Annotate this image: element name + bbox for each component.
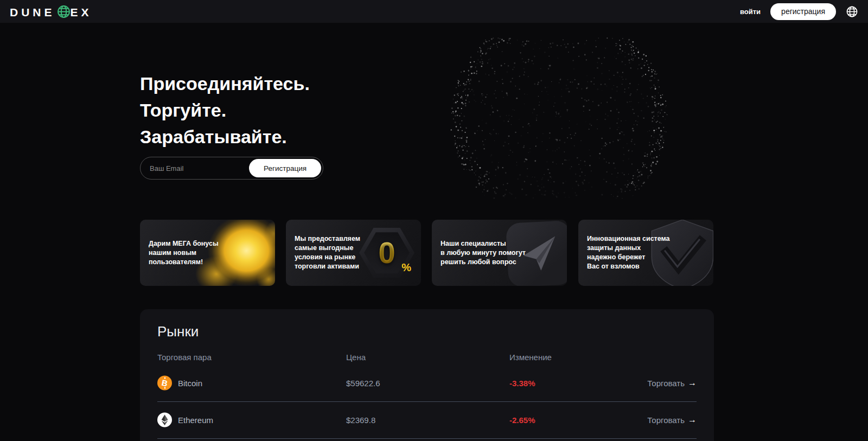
markets-section: Рынки Торговая пара Цена Изменение B Bit… [140, 309, 714, 441]
feature-card-text: Инновационная система защиты данных наде… [587, 234, 670, 271]
market-row-bitcoin: B Bitcoin $59622.6 -3.38% Торговать → [157, 365, 697, 401]
markets-title: Рынки [157, 323, 199, 340]
trade-link-ethereum[interactable]: Торговать → [647, 415, 697, 425]
feature-card-security: Инновационная система защиты данных наде… [578, 220, 713, 286]
coin-price: $59622.6 [346, 379, 380, 388]
logo-globe-icon [57, 5, 71, 18]
feature-card-bonuses: Дарим МЕГА бонусы нашим новым пользовате… [140, 220, 275, 286]
row-divider [157, 438, 697, 439]
feature-card-text: Мы предоставляем самые выгодные условия … [295, 234, 360, 271]
ethereum-icon [157, 413, 172, 427]
hero-title-line-1: Присоединяйтесь. [140, 71, 310, 97]
zero-digit: 0 [378, 238, 395, 268]
feature-card-text: Наши специалисты в любую минуту помогут … [441, 239, 526, 267]
feature-card-zero-fees: 0 % Мы предоставляем самые выгодные усло… [286, 220, 421, 286]
feature-card-text: Дарим МЕГА бонусы нашим новым пользовате… [149, 239, 219, 267]
arrow-right-icon: → [688, 378, 697, 388]
coin-change: -3.38% [509, 379, 535, 388]
coin-name: Bitcoin [178, 379, 202, 388]
column-header-price: Цена [346, 353, 366, 362]
logo-text-right: EX [71, 5, 92, 18]
coin-name: Ethereum [178, 416, 213, 425]
top-navigation-bar: DUNE EX войти регистрация [0, 0, 868, 23]
register-submit-button[interactable]: Регистрация [249, 159, 321, 177]
email-input[interactable] [141, 157, 246, 179]
zero-percent-hexagon-icon: 0 % [359, 225, 414, 280]
column-header-pair: Торговая пара [157, 353, 212, 362]
market-row-ethereum: Ethereum $2369.8 -2.65% Торговать → [157, 401, 697, 438]
email-signup-form: Регистрация [140, 157, 323, 180]
logo[interactable]: DUNE EX [10, 5, 92, 18]
coin-change: -2.65% [509, 416, 535, 425]
hero-title-line-3: Зарабатывайте. [140, 124, 310, 150]
coin-cell: Ethereum [157, 413, 213, 427]
feature-card-support: Наши специалисты в любую минуту помогут … [432, 220, 567, 286]
bitcoin-icon: B [157, 376, 172, 391]
arrow-right-icon: → [688, 415, 697, 425]
logo-text-left: DUNE [10, 5, 55, 18]
column-header-change: Изменение [509, 353, 552, 362]
language-globe-icon[interactable] [846, 5, 858, 18]
trade-link-bitcoin[interactable]: Торговать → [647, 378, 697, 388]
hero-title-line-2: Торгуйте. [140, 97, 310, 124]
coin-cell: B Bitcoin [157, 376, 202, 391]
hero-title: Присоединяйтесь. Торгуйте. Зарабатывайте… [140, 71, 310, 150]
nav-actions: войти регистрация [740, 3, 858, 20]
percent-sign: % [401, 261, 411, 274]
register-button[interactable]: регистрация [770, 3, 836, 20]
coin-price: $2369.8 [346, 416, 375, 425]
login-link[interactable]: войти [740, 8, 761, 16]
dotted-globe-visualization [445, 37, 673, 200]
